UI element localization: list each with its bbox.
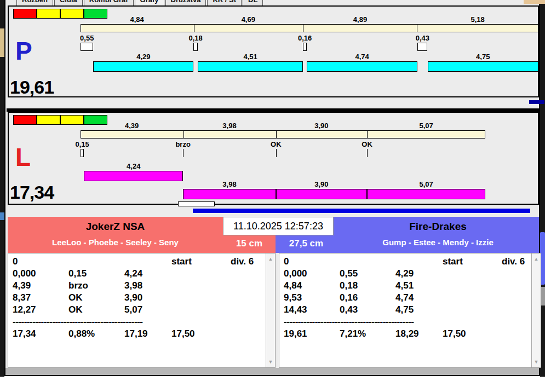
table-cell: brzo bbox=[68, 280, 88, 291]
tab-rozbeh[interactable]: Rozbeh bbox=[16, 0, 53, 5]
change-time-label: 0,43 bbox=[416, 34, 429, 42]
scrollbar[interactable]: ▲ ▼ bbox=[266, 253, 275, 367]
run-bar bbox=[183, 189, 276, 199]
tab-dl[interactable]: DL bbox=[243, 0, 263, 5]
change-time-box bbox=[417, 43, 427, 51]
run-time-label: 3,98 bbox=[183, 180, 276, 188]
table-cell: start bbox=[171, 256, 192, 267]
table-cell: 0,55 bbox=[340, 268, 358, 279]
table-divider-row: ----------------------------------------… bbox=[8, 316, 266, 328]
scrollbar[interactable]: ▲ ▼ bbox=[531, 253, 541, 367]
table-row: 4,39brzo3,98 bbox=[8, 280, 266, 292]
split-time-label: 4,69 bbox=[193, 15, 303, 24]
run-time-label: 5,07 bbox=[367, 180, 485, 188]
table-row: 12,27OK5,07 bbox=[8, 304, 266, 316]
table-row: 9,530,164,74 bbox=[279, 292, 531, 304]
split-time-label: 3,90 bbox=[276, 122, 367, 130]
lane-panel-left: L 17,34 4,393,983,905,070,15brzoOKOK4,24… bbox=[8, 112, 539, 205]
run-bar bbox=[276, 189, 367, 199]
tab-kombi-graf[interactable]: Kombi Graf bbox=[84, 0, 134, 5]
table-row: 14,430,434,75 bbox=[279, 304, 531, 316]
table-cell: 17,34 bbox=[13, 328, 36, 339]
lane-letter: P bbox=[15, 38, 32, 64]
split-time-label: 5,07 bbox=[367, 122, 485, 130]
change-time-box bbox=[81, 149, 84, 157]
run-time-label: 4,29 bbox=[93, 53, 193, 61]
scroll-down-icon[interactable]: ▼ bbox=[266, 358, 275, 366]
table-cell: 0,15 bbox=[68, 268, 87, 279]
background-window-corner bbox=[524, 0, 545, 4]
split-time-label: 3,98 bbox=[183, 122, 276, 130]
table-header-row: 0startdiv. 6 bbox=[279, 256, 531, 268]
lane-letter: L bbox=[15, 145, 31, 170]
tab-grafy[interactable]: Grafy bbox=[135, 0, 164, 5]
change-time-label: 0,18 bbox=[189, 34, 203, 42]
table-cell: 4,39 bbox=[13, 280, 31, 291]
split-divider bbox=[183, 131, 184, 138]
window-bottom-strip bbox=[5, 368, 539, 375]
desktop-icon bbox=[0, 28, 4, 57]
run-time-label: 4,51 bbox=[198, 53, 303, 61]
table-cell: 0 bbox=[284, 256, 289, 267]
table-row: 0,0000,554,29 bbox=[279, 268, 531, 280]
split-bar bbox=[81, 24, 538, 32]
change-time-label: brzo bbox=[175, 140, 190, 148]
table-cell: 17,50 bbox=[443, 328, 466, 339]
lane-timeline: 4,844,694,895,180,550,180,160,434,294,51… bbox=[81, 7, 538, 96]
progress-bar-blue bbox=[193, 209, 530, 213]
change-time-box bbox=[81, 43, 93, 51]
scroll-down-icon[interactable]: ▼ bbox=[532, 358, 541, 366]
split-time-label: 5,18 bbox=[417, 15, 538, 24]
change-time-label: 0,55 bbox=[80, 34, 94, 42]
table-row: 0,0000,154,24 bbox=[8, 268, 266, 280]
lane-total-time: 17,34 bbox=[10, 182, 54, 203]
tab-druzstva[interactable]: Druzstva bbox=[165, 0, 206, 5]
run-bar bbox=[84, 171, 183, 181]
scroll-up-icon[interactable]: ▲ bbox=[532, 255, 541, 263]
table-cell: 9,53 bbox=[284, 292, 302, 303]
run-time-label: 4,24 bbox=[84, 162, 183, 170]
run-time-label: 4,75 bbox=[428, 53, 538, 61]
split-time-label: 4,84 bbox=[81, 15, 193, 24]
change-time-box bbox=[303, 43, 307, 51]
table-cell: 4,75 bbox=[395, 304, 414, 315]
table-cell: 5,07 bbox=[124, 304, 142, 315]
table-body: 0startdiv. 60,0000,154,244,39brzo3,988,3… bbox=[8, 256, 266, 367]
scroll-up-icon[interactable]: ▲ bbox=[266, 255, 275, 263]
results-table-left: 0startdiv. 60,0000,154,244,39brzo3,988,3… bbox=[8, 253, 276, 368]
change-time-label: OK bbox=[362, 140, 372, 148]
lane-timeline: 4,393,983,905,070,15brzoOKOK4,243,983,90… bbox=[81, 113, 538, 204]
table-cell: 14,43 bbox=[284, 304, 307, 315]
table-cell: ----------------------------------------… bbox=[13, 316, 142, 327]
tab-cidla[interactable]: Cidla bbox=[54, 0, 83, 5]
results-table-right: 0startdiv. 60,0000,554,294,840,184,519,5… bbox=[279, 253, 541, 368]
split-divider bbox=[194, 25, 194, 32]
split-divider bbox=[367, 131, 368, 138]
desktop-strip-left bbox=[0, 0, 4, 377]
table-cell: 3,98 bbox=[124, 280, 142, 291]
table-row: 4,840,184,51 bbox=[279, 280, 531, 292]
table-cell: 0,88% bbox=[68, 328, 95, 339]
table-cell: ----------------------------------------… bbox=[284, 316, 414, 327]
table-cell: 0,000 bbox=[13, 268, 36, 279]
split-divider bbox=[276, 131, 277, 138]
table-cell: 12,27 bbox=[13, 304, 36, 315]
tab-kr-st[interactable]: KR / St bbox=[207, 0, 242, 5]
table-cell: 19,61 bbox=[284, 328, 307, 339]
table-cell: 4,51 bbox=[395, 280, 414, 291]
split-time-label: 4,89 bbox=[303, 15, 417, 24]
jump-height-right: 27,5 cm bbox=[276, 234, 337, 253]
table-row: 8,37OK3,90 bbox=[8, 292, 266, 304]
split-bar bbox=[81, 130, 485, 139]
table-cell: 4,74 bbox=[395, 292, 414, 303]
table-cell: div. 6 bbox=[502, 256, 525, 267]
table-cell: 0,16 bbox=[340, 292, 358, 303]
run-bar bbox=[307, 61, 417, 72]
change-tick bbox=[276, 149, 277, 157]
table-cell: OK bbox=[68, 304, 83, 315]
lane-panel-right: P 19,61 4,844,694,895,180,550,180,160,43… bbox=[8, 5, 539, 97]
app-window: RozbehCidlaKombi GrafGrafyDruzstvaKR / S… bbox=[4, 0, 540, 376]
start-light-yellow bbox=[37, 115, 60, 125]
change-time-label: 0,15 bbox=[76, 140, 89, 148]
run-time-label: 3,90 bbox=[276, 180, 367, 188]
